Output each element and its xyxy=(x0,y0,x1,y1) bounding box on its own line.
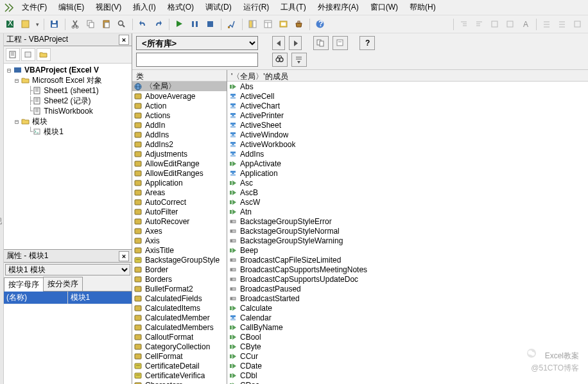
class-item[interactable]: AutoCorrect xyxy=(132,197,227,207)
properties-icon[interactable] xyxy=(262,18,275,31)
member-item[interactable]: ActiveChart xyxy=(227,101,588,110)
class-item[interactable]: AddIns2 xyxy=(132,139,227,149)
nav-forward-icon[interactable] xyxy=(289,36,302,50)
reset-icon[interactable] xyxy=(204,18,217,31)
tb-icon-8[interactable] xyxy=(571,18,584,31)
member-item[interactable]: CDbl xyxy=(227,371,588,380)
help-icon[interactable] xyxy=(314,18,327,31)
class-item[interactable]: Axis xyxy=(132,236,227,245)
class-item[interactable]: AllowEditRanges xyxy=(132,168,227,178)
class-item[interactable]: Adjustments xyxy=(132,149,227,159)
class-item[interactable]: CertificateVerifica xyxy=(132,371,227,380)
menu-file[interactable]: 文件(F) xyxy=(17,1,52,14)
member-item[interactable]: CDate xyxy=(227,361,588,371)
tb-icon-3[interactable] xyxy=(489,18,501,31)
class-item[interactable]: Actions xyxy=(132,110,227,120)
member-item[interactable]: CByte xyxy=(227,342,588,351)
class-item[interactable]: AxisTitle xyxy=(132,245,227,255)
class-item[interactable]: CalloutFormat xyxy=(132,332,227,342)
member-item[interactable]: Application xyxy=(227,168,588,178)
member-item[interactable]: AscW xyxy=(227,197,588,207)
object-select[interactable]: 模块1 模块 xyxy=(5,264,130,275)
menu-format[interactable]: 格式(O) xyxy=(162,1,199,14)
view-definition-icon[interactable] xyxy=(333,36,348,50)
project-explorer-icon[interactable] xyxy=(246,18,259,31)
help-icon[interactable]: ? xyxy=(359,36,375,50)
cut-icon[interactable] xyxy=(69,18,82,31)
indent-right-icon[interactable] xyxy=(473,18,486,31)
member-item[interactable]: Beep xyxy=(227,245,588,255)
close-icon[interactable]: × xyxy=(119,35,129,45)
menu-debug[interactable]: 调试(D) xyxy=(200,1,237,14)
class-item[interactable]: Action xyxy=(132,101,227,110)
library-select[interactable]: <所有库> xyxy=(136,36,258,50)
class-item[interactable]: AllowEditRange xyxy=(132,159,227,168)
form-dropdown[interactable]: ▾ xyxy=(35,18,40,31)
class-item[interactable]: Borders xyxy=(132,274,227,284)
nav-back-icon[interactable] xyxy=(272,36,285,50)
tree-sheet2[interactable]: ├ Sheet2 (记录) xyxy=(5,96,130,106)
class-item[interactable]: CertificateDetail xyxy=(132,361,227,371)
tree-modules[interactable]: ⊟ 模块 xyxy=(5,116,130,127)
save-icon[interactable] xyxy=(48,18,61,31)
collapse-icon[interactable]: ⊟ xyxy=(5,67,13,74)
tb-icon-4[interactable] xyxy=(504,18,517,31)
class-item[interactable]: AboveAverage xyxy=(132,91,227,101)
member-item[interactable]: AppActivate xyxy=(227,159,588,168)
class-item[interactable]: CalculatedFields xyxy=(132,293,227,303)
member-item[interactable]: AscB xyxy=(227,188,588,197)
break-icon[interactable] xyxy=(189,18,202,31)
redo-icon[interactable] xyxy=(152,18,165,31)
search-input[interactable] xyxy=(136,53,258,67)
close-icon[interactable]: × xyxy=(119,251,129,261)
view-object-icon[interactable] xyxy=(21,48,35,61)
menu-tools[interactable]: 工具(T) xyxy=(275,1,311,14)
tree-thisworkbook[interactable]: └ ThisWorkbook xyxy=(5,106,130,116)
properties-grid[interactable]: (名称) 模块1 xyxy=(4,292,132,384)
search-icon[interactable] xyxy=(272,53,288,67)
menu-help[interactable]: 帮助(H) xyxy=(404,1,441,14)
member-item[interactable]: BackstageGroupStyleWarning xyxy=(227,236,588,245)
indent-left-icon[interactable] xyxy=(458,18,471,31)
class-item[interactable]: Areas xyxy=(132,188,227,197)
class-item[interactable]: AutoFilter xyxy=(132,207,227,216)
collapse-icon[interactable]: ⊟ xyxy=(13,77,21,84)
member-item[interactable]: Calendar xyxy=(227,313,588,322)
member-item[interactable]: BackstageGroupStyleError xyxy=(227,216,588,226)
class-item[interactable]: Border xyxy=(132,265,227,274)
member-item[interactable]: CCur xyxy=(227,351,588,361)
copy-icon[interactable] xyxy=(85,18,98,31)
class-item[interactable]: AutoRecover xyxy=(132,216,227,226)
member-item[interactable]: ActivePrinter xyxy=(227,110,588,120)
tb-icon-7[interactable] xyxy=(556,18,569,31)
paste-icon[interactable] xyxy=(100,18,113,31)
menu-window[interactable]: 窗口(W) xyxy=(365,1,403,14)
menu-insert[interactable]: 插入(I) xyxy=(128,1,160,14)
class-item[interactable]: Application xyxy=(132,178,227,188)
class-item[interactable]: CalculatedMember xyxy=(132,313,227,322)
member-item[interactable]: BroadcastCapFileSizeLimited xyxy=(227,255,588,265)
run-icon[interactable] xyxy=(173,18,186,31)
member-item[interactable]: Calculate xyxy=(227,303,588,313)
member-item[interactable]: CBool xyxy=(227,332,588,342)
menu-edit[interactable]: 编辑(E) xyxy=(53,1,89,14)
class-item[interactable]: 〈全局〉 xyxy=(132,82,227,91)
member-item[interactable]: ActiveCell xyxy=(227,91,588,101)
tab-category[interactable]: 按分类序 xyxy=(43,277,83,291)
form-icon[interactable] xyxy=(19,18,32,31)
class-item[interactable]: Axes xyxy=(132,226,227,236)
design-icon[interactable] xyxy=(225,18,238,31)
member-item[interactable]: CallByName xyxy=(227,322,588,332)
menu-run[interactable]: 运行(R) xyxy=(238,1,275,14)
collapse-icon[interactable]: ⊟ xyxy=(13,118,21,125)
member-item[interactable]: BroadcastCapSupportsMeetingNotes xyxy=(227,265,588,274)
property-value[interactable]: 模块1 xyxy=(68,292,132,304)
tree-module1[interactable]: └ 模块1 xyxy=(5,127,130,137)
classes-list[interactable]: 〈全局〉AboveAverageActionActionsAddInAddIns… xyxy=(132,82,227,384)
members-list[interactable]: AbsActiveCellActiveChartActivePrinterAct… xyxy=(227,82,588,384)
member-item[interactable]: Asc xyxy=(227,178,588,188)
object-browser-icon[interactable] xyxy=(277,18,290,31)
member-item[interactable]: BroadcastPaused xyxy=(227,284,588,293)
menu-addins[interactable]: 外接程序(A) xyxy=(313,1,364,14)
show-search-results-icon[interactable] xyxy=(291,53,307,67)
